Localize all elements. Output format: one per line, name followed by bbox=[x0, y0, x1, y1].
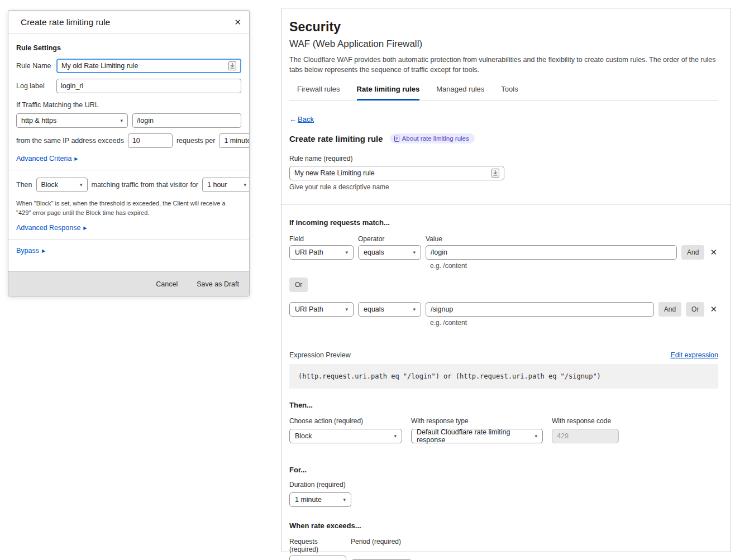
chevron-down-icon: ▾ bbox=[413, 250, 416, 255]
cancel-button[interactable]: Cancel bbox=[156, 280, 178, 288]
chevron-down-icon: ▾ bbox=[413, 307, 416, 312]
chevron-down-icon: ▾ bbox=[120, 118, 123, 123]
modal-body: Rule Settings Rule Name Log label If Tra… bbox=[8, 34, 249, 266]
or-connector-button[interactable]: Or bbox=[289, 277, 308, 292]
duration-select[interactable]: 1 hour ▾ bbox=[202, 178, 250, 192]
expression-code: (http.request.uri.path eq "/login") or (… bbox=[289, 364, 718, 389]
value-label: Value bbox=[426, 235, 718, 243]
requests-field[interactable] bbox=[289, 556, 346, 560]
then-heading: Then... bbox=[289, 401, 718, 409]
value-input[interactable] bbox=[431, 305, 649, 313]
threshold-row: from the same IP address exceeds request… bbox=[16, 133, 241, 148]
match-row: URI Path ▾ equals ▾ And Or ✕ bbox=[289, 302, 718, 317]
log-label-field[interactable] bbox=[56, 79, 241, 93]
and-button[interactable]: And bbox=[681, 245, 704, 260]
tab-firewall-rules[interactable]: Firewall rules bbox=[297, 85, 340, 100]
log-label-label: Log label bbox=[16, 82, 52, 90]
autofill-icon[interactable] bbox=[491, 169, 499, 178]
page-subtitle: WAF (Web Application Firewall) bbox=[289, 39, 718, 50]
url-field[interactable] bbox=[132, 113, 241, 128]
value-field[interactable] bbox=[426, 245, 677, 260]
save-as-draft-button[interactable]: Save as Draft bbox=[197, 280, 239, 288]
field-select[interactable]: URI Path ▾ bbox=[289, 302, 354, 317]
response-code-label: With response code bbox=[552, 417, 619, 425]
field-select[interactable]: URI Path ▾ bbox=[289, 245, 354, 260]
threshold-input[interactable] bbox=[132, 137, 168, 145]
response-type-select[interactable]: Default Cloudflare rate limiting respons… bbox=[411, 429, 543, 443]
close-icon[interactable]: ✕ bbox=[234, 18, 241, 26]
divider bbox=[8, 239, 249, 240]
divider bbox=[8, 170, 249, 170]
about-rate-limiting-rules-badge[interactable]: About rate limiting rules bbox=[390, 133, 475, 143]
block-note: When "Block" is set, when the threshold … bbox=[16, 199, 232, 217]
value-input[interactable] bbox=[431, 248, 672, 256]
operator-label: Operator bbox=[358, 235, 421, 243]
chevron-down-icon: ▾ bbox=[80, 182, 83, 188]
threshold-field[interactable] bbox=[128, 133, 173, 148]
bypass-link[interactable]: Bypass ▶ bbox=[16, 247, 45, 255]
triangle-right-icon: ▶ bbox=[83, 226, 87, 231]
waf-tabs: Firewall rules Rate limiting rules Manag… bbox=[289, 85, 718, 100]
chevron-down-icon: ▾ bbox=[244, 182, 246, 188]
rule-name-label: Rule name (required) bbox=[289, 155, 718, 162]
chevron-down-icon: ▾ bbox=[343, 497, 346, 502]
page-title: Security bbox=[289, 20, 718, 35]
create-rate-limiting-rule-modal: Create rate limiting rule ✕ Rule Setting… bbox=[8, 10, 250, 296]
remove-row-icon[interactable]: ✕ bbox=[709, 247, 718, 257]
rule-name-field[interactable] bbox=[56, 59, 241, 73]
chevron-down-icon: ▾ bbox=[345, 250, 348, 255]
expression-preview-label: Expression Preview bbox=[289, 351, 351, 359]
then-label: Then bbox=[16, 181, 32, 189]
period-label: Period (required) bbox=[351, 538, 401, 553]
requests-label: Requests (required) bbox=[289, 538, 346, 553]
value-field[interactable] bbox=[426, 302, 654, 317]
operator-select[interactable]: equals ▾ bbox=[358, 245, 421, 260]
and-button[interactable]: And bbox=[658, 302, 681, 317]
remove-row-icon[interactable]: ✕ bbox=[709, 304, 718, 314]
action-select[interactable]: Block ▾ bbox=[36, 178, 88, 192]
then-row: Then Block ▾ matching traffic from that … bbox=[16, 178, 241, 192]
left-arrow-icon: ← bbox=[289, 115, 297, 123]
threshold-prefix: from the same IP address exceeds bbox=[16, 137, 124, 145]
rule-name-input[interactable] bbox=[294, 169, 488, 177]
url-match-row: http & https ▾ bbox=[16, 113, 241, 128]
rule-name-input[interactable] bbox=[61, 62, 225, 70]
for-heading: For... bbox=[289, 466, 718, 474]
period-select[interactable]: 1 minute ▾ bbox=[219, 133, 250, 148]
rule-settings-heading: Rule Settings bbox=[16, 44, 241, 52]
doc-icon bbox=[394, 136, 399, 142]
duration-select[interactable]: 1 minute ▾ bbox=[289, 492, 351, 507]
log-label-input[interactable] bbox=[61, 82, 237, 90]
scheme-select[interactable]: http & https ▾ bbox=[16, 113, 128, 128]
edit-expression-link[interactable]: Edit expression bbox=[671, 351, 718, 359]
triangle-right-icon: ▶ bbox=[42, 248, 45, 253]
modal-header: Create rate limiting rule ✕ bbox=[8, 11, 249, 34]
autofill-icon[interactable] bbox=[228, 61, 236, 70]
action-select[interactable]: Block ▾ bbox=[289, 429, 402, 443]
or-button[interactable]: Or bbox=[686, 302, 704, 317]
response-code-input bbox=[557, 432, 614, 440]
duration-label: Duration (required) bbox=[289, 481, 718, 489]
operator-select[interactable]: equals ▾ bbox=[358, 302, 421, 317]
chevron-down-icon: ▾ bbox=[394, 433, 397, 439]
tab-tools[interactable]: Tools bbox=[501, 85, 518, 100]
traffic-matching-heading: If Traffic Matching the URL bbox=[16, 101, 241, 109]
modal-title: Create rate limiting rule bbox=[21, 17, 110, 27]
match-row: URI Path ▾ equals ▾ And ✕ bbox=[289, 245, 718, 260]
incoming-requests-heading: If incoming requests match... bbox=[289, 218, 718, 227]
chevron-down-icon: ▾ bbox=[534, 433, 537, 439]
advanced-response-link[interactable]: Advanced Response ▶ bbox=[16, 224, 87, 232]
form-title: Create rate limiting rule bbox=[289, 134, 383, 143]
rule-name-help: Give your rule a descriptive name bbox=[289, 183, 718, 191]
page-description: The Cloudflare WAF provides both automat… bbox=[289, 55, 718, 75]
threshold-suffix: requests per bbox=[176, 137, 215, 145]
tab-rate-limiting-rules[interactable]: Rate limiting rules bbox=[357, 85, 420, 100]
chevron-down-icon: ▾ bbox=[345, 307, 348, 312]
back-link[interactable]: ← Back bbox=[289, 115, 314, 123]
tab-managed-rules[interactable]: Managed rules bbox=[436, 85, 484, 100]
value-help: e.g. /content bbox=[430, 319, 718, 327]
rule-name-field[interactable] bbox=[289, 166, 504, 180]
advanced-criteria-link[interactable]: Advanced Criteria ▶ bbox=[16, 155, 78, 162]
value-help: e.g. /content bbox=[430, 262, 718, 270]
url-input[interactable] bbox=[137, 117, 237, 125]
